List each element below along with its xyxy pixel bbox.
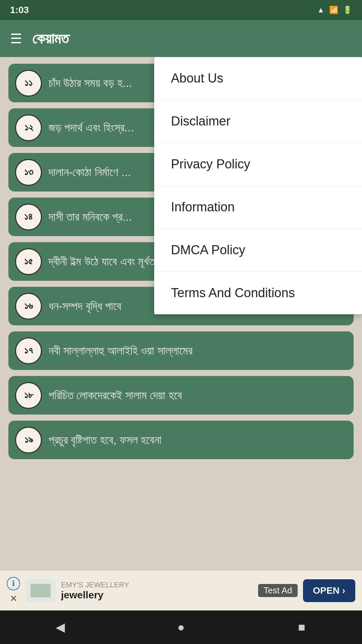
nav-bar: ◀ ● ■ (0, 610, 362, 644)
ad-product-category: jewellery (61, 589, 253, 601)
ad-text-block: EMY'S JEWELLERY jewellery (61, 581, 253, 601)
dropdown-item-information[interactable]: Information (154, 186, 362, 229)
back-button[interactable]: ◀ (47, 614, 74, 641)
dropdown-item-disclaimer[interactable]: Disclaimer (154, 100, 362, 143)
app-bar: ☰ কেয়ামত (0, 20, 362, 57)
status-time: 1:03 (10, 5, 29, 15)
main-content: ১১ চাঁদ উঠার সময় বড় হ... ১২ জড় পদার্থ… (0, 57, 362, 570)
ad-info-icon[interactable]: ℹ (7, 577, 20, 590)
ad-open-button[interactable]: OPEN › (303, 579, 355, 602)
signal-icon: 📶 (329, 6, 338, 14)
battery-icon: 🔋 (343, 6, 352, 14)
recents-button[interactable]: ■ (288, 614, 315, 641)
status-icons: ▲ 📶 🔋 (317, 6, 352, 14)
ad-test-badge: Test Ad (258, 584, 297, 597)
dropdown-item-privacy-policy[interactable]: Privacy Policy (154, 143, 362, 186)
ad-close-icon[interactable]: ✕ (10, 593, 17, 604)
app-title: কেয়ামত (32, 30, 69, 47)
dropdown-item-dmca-policy[interactable]: DMCA Policy (154, 229, 362, 272)
status-bar: 1:03 ▲ 📶 🔋 (0, 0, 362, 20)
home-button[interactable]: ● (168, 614, 194, 641)
dropdown-item-terms-conditions[interactable]: Terms And Conditions (154, 272, 362, 314)
wifi-icon: ▲ (317, 6, 324, 14)
hamburger-icon[interactable]: ☰ (10, 31, 22, 46)
svg-text:💍: 💍 (39, 589, 43, 593)
dropdown-menu: About UsDisclaimerPrivacy PolicyInformat… (154, 57, 362, 314)
ad-banner: ℹ ✕ 💍 EMY'S JEWELLERY jewellery Test Ad … (0, 570, 362, 610)
ad-logo: 💍 (25, 579, 56, 602)
dropdown-item-about-us[interactable]: About Us (154, 57, 362, 100)
ad-company-name: EMY'S JEWELLERY (61, 581, 253, 589)
